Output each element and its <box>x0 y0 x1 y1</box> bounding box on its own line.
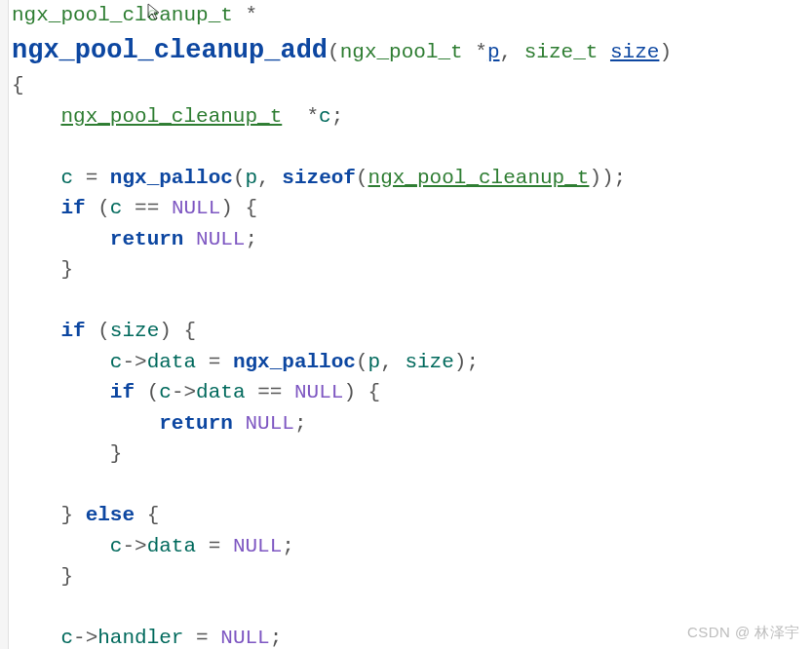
editor-gutter <box>0 0 9 649</box>
code-block: ngx_pool_cleanup_t * ngx_pool_cleanup_ad… <box>0 0 812 649</box>
watermark: CSDN @ 林泽宇 <box>687 622 800 644</box>
function-name: ngx_pool_cleanup_add <box>12 36 328 65</box>
return-type: ngx_pool_cleanup_t <box>12 4 233 26</box>
